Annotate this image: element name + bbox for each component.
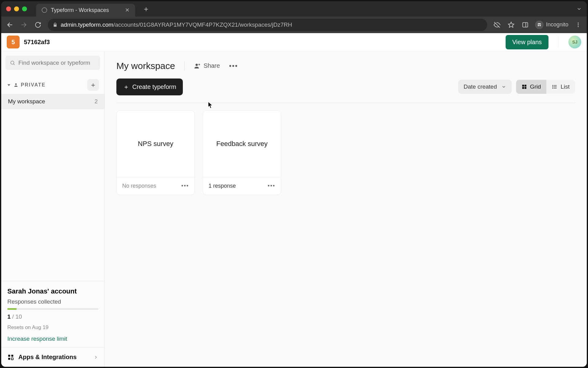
card-more-button[interactable]: •••: [268, 183, 275, 189]
search-input[interactable]: [6, 56, 100, 70]
svg-point-30: [553, 85, 553, 86]
card-more-button[interactable]: •••: [181, 183, 189, 189]
view-grid-button[interactable]: Grid: [516, 80, 547, 94]
new-tab-button[interactable]: ＋: [142, 4, 150, 14]
grid-icon: [522, 84, 527, 90]
workspace-header: My workspace Share •••: [116, 61, 575, 71]
create-typeform-button[interactable]: ＋ Create typeform: [116, 79, 183, 95]
list-icon: [552, 84, 557, 90]
typeform-card[interactable]: Feedback survey 1 response •••: [203, 110, 281, 195]
address-bar[interactable]: admin.typeform.com/accounts/01G8AYRAP1MY…: [48, 19, 487, 31]
svg-rect-26: [524, 87, 526, 89]
responses-collected-label: Responses collected: [7, 298, 98, 305]
nav-forward-button[interactable]: [20, 21, 28, 29]
increase-limit-link[interactable]: Increase response limit: [7, 335, 98, 342]
divider: [116, 103, 575, 103]
svg-point-10: [578, 24, 579, 25]
svg-point-12: [11, 61, 14, 64]
add-workspace-button[interactable]: ＋: [87, 79, 99, 91]
svg-point-7: [540, 25, 541, 26]
bookmark-star-icon[interactable]: [507, 21, 515, 29]
app-top-bar: 5 57162af3 View plans SJ: [1, 33, 587, 52]
apps-icon: [7, 354, 14, 361]
svg-point-32: [553, 88, 553, 89]
tab-title: Typeform - Workspaces: [51, 7, 109, 13]
sort-label: Date created: [464, 83, 497, 90]
svg-point-15: [15, 83, 17, 85]
responses-count: 1 / 10: [7, 313, 98, 320]
sidebar-section-private[interactable]: PRIVATE ＋: [1, 74, 104, 94]
person-add-icon: [194, 63, 201, 69]
person-icon: [13, 82, 18, 87]
svg-rect-18: [8, 358, 10, 359]
browser-tab[interactable]: Typeform - Workspaces ✕: [36, 4, 135, 17]
incognito-indicator[interactable]: Incognito: [535, 21, 568, 29]
browser-toolbar: admin.typeform.com/accounts/01G8AYRAP1MY…: [1, 17, 587, 33]
workspace-main: My workspace Share ••• ＋ Create typeform: [105, 52, 587, 367]
share-button[interactable]: Share: [194, 62, 220, 69]
incognito-icon: [535, 21, 544, 29]
view-toggle: Grid List: [516, 80, 575, 94]
plus-icon: ＋: [123, 83, 129, 91]
card-title: NPS survey: [138, 140, 173, 148]
chevron-down-icon: [501, 84, 506, 89]
tabs-expand-icon[interactable]: [576, 6, 582, 12]
workspace-title: My workspace: [116, 61, 175, 71]
tab-favicon: [42, 7, 47, 13]
window-minimize-button[interactable]: [14, 6, 19, 11]
svg-point-9: [578, 22, 579, 23]
typeform-cards: NPS survey No responses ••• Feedback sur…: [116, 110, 575, 195]
responses-reset-label: Resets on Aug 19: [7, 324, 98, 331]
svg-rect-4: [523, 22, 528, 27]
share-label: Share: [204, 62, 220, 69]
workspace-count: 2: [94, 98, 98, 105]
sort-dropdown[interactable]: Date created: [458, 80, 512, 94]
svg-rect-8: [539, 25, 540, 26]
view-plans-button[interactable]: View plans: [506, 35, 548, 49]
apps-label: Apps & Integrations: [18, 354, 77, 361]
svg-rect-17: [11, 355, 13, 356]
eye-off-icon[interactable]: [493, 21, 501, 29]
account-summary: Sarah Jonas' account Responses collected…: [1, 281, 104, 347]
svg-line-13: [13, 64, 14, 65]
view-list-button[interactable]: List: [546, 80, 575, 94]
workspace-more-button[interactable]: •••: [229, 62, 238, 70]
search-icon: [10, 60, 15, 66]
create-label: Create typeform: [132, 83, 176, 90]
workspace-name: My workspace: [8, 98, 45, 105]
window-controls: [6, 6, 27, 11]
account-title: Sarah Jonas' account: [7, 287, 98, 295]
divider: [558, 36, 559, 48]
view-grid-label: Grid: [530, 83, 541, 90]
svg-point-31: [553, 86, 553, 87]
svg-marker-3: [508, 22, 514, 27]
sidebar-workspace-item[interactable]: My workspace 2: [1, 94, 104, 109]
responses-progress: [7, 308, 98, 310]
apps-integrations-link[interactable]: Apps & Integrations: [1, 347, 104, 367]
search-field[interactable]: [18, 59, 96, 66]
chevron-down-icon: [7, 83, 11, 87]
sidebar: PRIVATE ＋ My workspace 2 Sarah Jonas' ac…: [1, 52, 105, 367]
card-footer: No responses •••: [117, 177, 194, 195]
nav-reload-button[interactable]: [34, 21, 42, 29]
svg-point-20: [195, 63, 198, 66]
chevron-right-icon: [93, 355, 98, 360]
user-avatar[interactable]: SJ: [568, 36, 581, 48]
panel-icon[interactable]: [521, 21, 530, 29]
svg-rect-25: [522, 87, 524, 89]
window-fullscreen-button[interactable]: [22, 6, 27, 11]
typeform-card[interactable]: NPS survey No responses •••: [116, 110, 195, 195]
browser-menu-icon[interactable]: [574, 21, 582, 29]
org-badge[interactable]: 5: [7, 36, 20, 48]
nav-back-button[interactable]: [6, 21, 14, 29]
window-close-button[interactable]: [6, 6, 11, 11]
svg-rect-24: [524, 85, 526, 86]
url-text: admin.typeform.com/accounts/01G8AYRAP1MY…: [61, 21, 292, 28]
tab-close-button[interactable]: ✕: [125, 7, 130, 13]
divider: [184, 61, 185, 71]
card-title: Feedback survey: [216, 140, 268, 148]
org-name[interactable]: 57162af3: [24, 39, 50, 46]
svg-marker-14: [7, 84, 10, 86]
window-title-bar: Typeform - Workspaces ✕ ＋: [1, 1, 587, 17]
card-status: No responses: [122, 183, 156, 189]
